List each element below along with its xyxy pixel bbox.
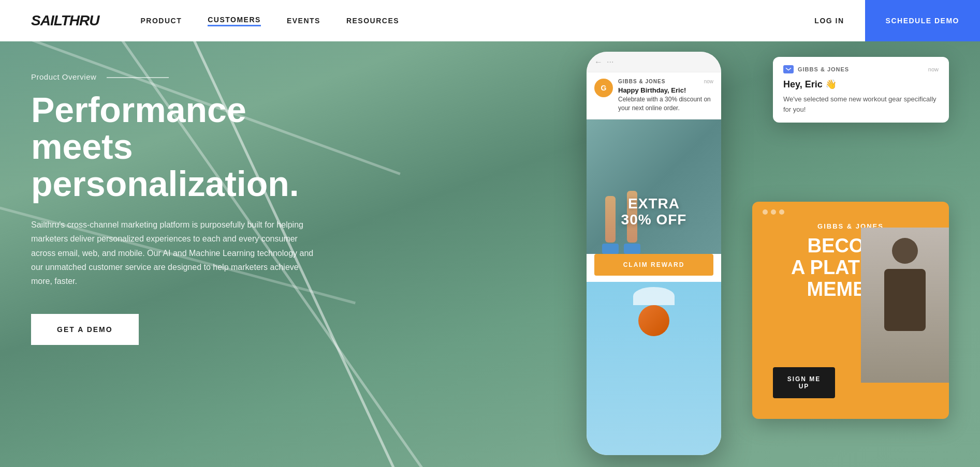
- dot-2: [771, 209, 776, 215]
- nav-link-resources[interactable]: RESOURCES: [346, 17, 399, 25]
- nav-link-product[interactable]: PRODUCT: [140, 17, 182, 25]
- phone-promo-image: EXTRA30% OFF: [587, 119, 721, 254]
- schedule-demo-button[interactable]: SCHEDULE DEMO: [865, 0, 980, 41]
- back-icon: ←: [594, 57, 603, 67]
- phone-claim-button[interactable]: CLAIM REWARD: [594, 254, 713, 276]
- email-icon: [783, 65, 794, 73]
- promo-card-cta-wrapper: SIGN ME UP: [752, 367, 856, 419]
- notif-content: GIBBS & JONES now Happy Birthday, Eric! …: [618, 79, 713, 113]
- dot-1: [763, 209, 768, 215]
- notif-header-row: GIBBS & JONES now: [618, 79, 713, 84]
- hero-body: Sailthru's cross-channel marketing platf…: [31, 218, 321, 288]
- nav-link-customers[interactable]: CUSTOMERS: [208, 16, 261, 26]
- email-time: now: [928, 66, 939, 72]
- hero-title: Performance meets personalization.: [31, 92, 342, 202]
- phone-mockup: ← ··· G GIBBS & JONES now Happy Birthday…: [587, 52, 721, 455]
- email-greeting: Hey, Eric 👋: [783, 79, 939, 90]
- promo-overlay-text: EXTRA30% OFF: [621, 196, 687, 228]
- phone-nav-icons: ← ···: [594, 57, 613, 67]
- notif-brand: GIBBS & JONES: [618, 79, 665, 84]
- email-card: GIBBS & JONES now Hey, Eric 👋 We've sele…: [773, 57, 949, 123]
- nav-links: PRODUCT CUSTOMERS EVENTS RESOURCES: [140, 16, 794, 26]
- email-body-text: We've selected some new workout gear spe…: [783, 94, 939, 114]
- dot-3: [779, 209, 784, 215]
- phone-top-bar: ← ···: [587, 52, 721, 72]
- nav-right: LOG IN SCHEDULE DEMO: [794, 0, 980, 41]
- phone-bottom-image: [587, 282, 721, 455]
- nav-link-events[interactable]: EVENTS: [287, 17, 320, 25]
- hero-subtitle: Product Overview: [31, 72, 342, 81]
- promo-card: GIBBS & JONES BECOMEA PLATINUMMEMBER SIG…: [752, 202, 949, 419]
- subtitle-line: [107, 77, 169, 78]
- email-card-header: GIBBS & JONES now: [783, 65, 939, 73]
- get-demo-button[interactable]: GET A DEMO: [31, 314, 139, 345]
- email-brand: GIBBS & JONES: [798, 66, 924, 72]
- promo-card-cta-button[interactable]: SIGN ME UP: [773, 367, 835, 398]
- hero-section: Product Overview Performance meets perso…: [0, 41, 980, 467]
- login-button[interactable]: LOG IN: [794, 17, 865, 25]
- promo-card-dots: [752, 202, 949, 222]
- hero-content: Product Overview Performance meets perso…: [31, 72, 342, 345]
- notif-time: now: [704, 79, 713, 84]
- logo[interactable]: SAILTHRU: [31, 12, 99, 29]
- promo-card-image: [861, 228, 949, 383]
- notif-title: Happy Birthday, Eric!: [618, 86, 713, 94]
- person-silhouette: [587, 282, 721, 455]
- notif-text: Celebrate with a 30% discount on your ne…: [618, 95, 713, 113]
- phone-notification: G GIBBS & JONES now Happy Birthday, Eric…: [587, 72, 721, 119]
- navbar: SAILTHRU PRODUCT CUSTOMERS EVENTS RESOUR…: [0, 0, 980, 41]
- more-icon: ···: [607, 57, 613, 67]
- notif-avatar: G: [594, 79, 613, 97]
